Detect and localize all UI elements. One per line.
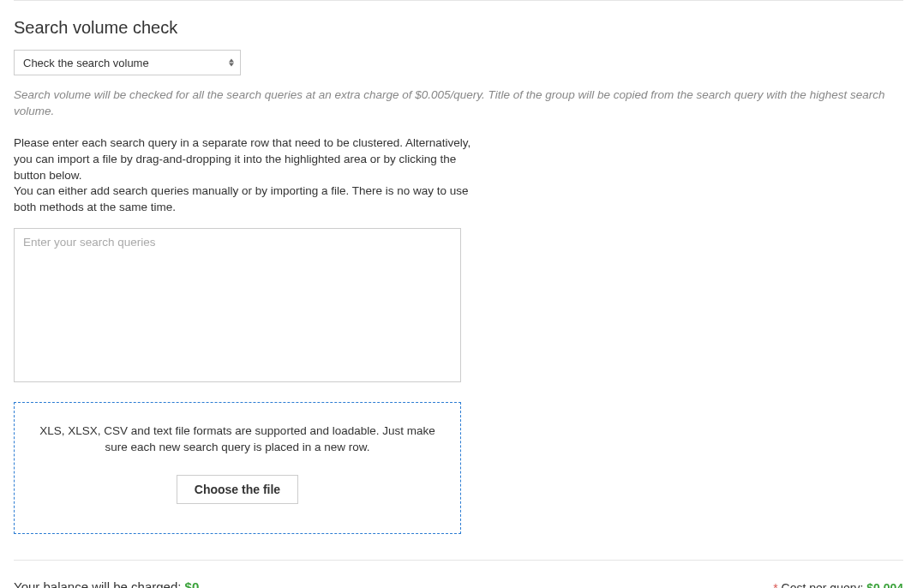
footer-row: Your balance will be charged: $0 * Cost …: [14, 579, 903, 588]
instructions-p2: You can either add search queries manual…: [14, 183, 489, 216]
volume-hint: Search volume will be checked for all th…: [14, 87, 903, 120]
page-title: Search volume check: [14, 18, 903, 38]
balance-label: Your balance will be charged:: [14, 579, 185, 588]
search-queries-input[interactable]: [14, 228, 461, 382]
volume-check-select[interactable]: Check the search volume: [14, 50, 241, 75]
instructions-p1: Please enter each search query in a sepa…: [14, 135, 489, 184]
mid-divider: [14, 560, 903, 561]
top-divider: [14, 0, 903, 1]
balance-text: Your balance will be charged: $0: [14, 579, 199, 588]
cost-per-query-line: * Cost per query: $0.004: [620, 579, 903, 588]
file-dropzone[interactable]: XLS, XLSX, CSV and text file formats are…: [14, 402, 461, 534]
instructions-block: Please enter each search query in a sepa…: [14, 135, 489, 216]
cost-query-amount: $0.004: [866, 581, 903, 588]
balance-amount: $0: [185, 579, 200, 588]
volume-check-select-wrap[interactable]: Check the search volume: [14, 50, 241, 75]
costs-block: * Cost per query: $0.004 * Cost for the …: [620, 579, 903, 588]
dropzone-text: XLS, XLSX, CSV and text file formats are…: [39, 423, 436, 456]
choose-file-button[interactable]: Choose the file: [177, 475, 298, 504]
cost-query-label: Cost per query:: [778, 581, 867, 588]
